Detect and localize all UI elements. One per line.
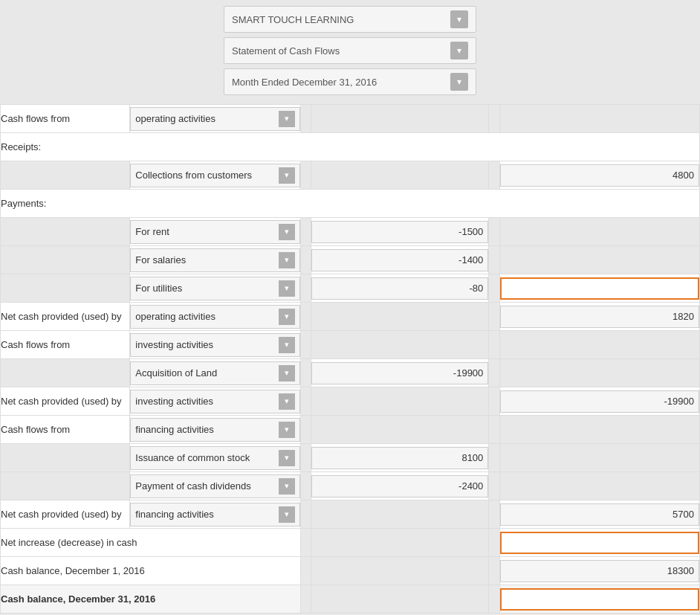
net-operating-dropdown-cell[interactable]: operating activities ▾: [130, 303, 300, 331]
net-operating-value-cell: 1820: [500, 303, 700, 331]
issuance-row: Issuance of common stock ▾ 8100: [1, 444, 700, 472]
collections-value[interactable]: 4800: [500, 164, 699, 187]
for-salaries-value[interactable]: -1400: [311, 249, 488, 271]
net-financing-value[interactable]: 5700: [500, 503, 699, 526]
collections-dropdown-label: Collections from customers: [135, 170, 252, 181]
acquisition-dropdown[interactable]: Acquisition of Land ▾: [130, 361, 299, 385]
cash-balance-dec1-row: Cash balance, December 1, 2016 18300: [1, 557, 700, 585]
net-financing-dropdown-label: financing activities: [135, 509, 214, 520]
cash-flows-financing-row: Cash flows from financing activities ▾: [1, 416, 700, 444]
investing-chevron-icon: ▾: [279, 337, 295, 353]
for-rent-chevron-icon: ▾: [279, 224, 295, 240]
net-increase-input[interactable]: [500, 532, 699, 554]
cash-balance-dec31-value-cell: [500, 585, 700, 614]
investing-dropdown[interactable]: investing activities ▾: [130, 333, 299, 357]
collections-dropdown-cell[interactable]: Collections from customers ▾: [130, 161, 300, 190]
collections-dropdown[interactable]: Collections from customers ▾: [130, 164, 299, 187]
for-salaries-label: For salaries: [135, 254, 186, 265]
for-salaries-chevron-icon: ▾: [279, 252, 295, 268]
statement-dropdown[interactable]: Statement of Cash Flows ▾: [224, 37, 476, 64]
net-operating-chevron-icon: ▾: [279, 309, 295, 325]
collections-value-cell: 4800: [500, 161, 700, 190]
dividends-value-cell: -2400: [311, 472, 489, 500]
utilities-result-input[interactable]: [500, 277, 699, 300]
net-increase-row: Net increase (decrease) in cash: [1, 529, 700, 557]
for-utilities-row: For utilities ▾ -80: [1, 274, 700, 303]
net-investing-chevron-icon: ▾: [279, 393, 295, 410]
statement-label: Statement of Cash Flows: [232, 45, 340, 57]
for-salaries-dropdown[interactable]: For salaries ▾: [130, 248, 299, 272]
cash-flows-label-3: Cash flows from: [1, 416, 130, 444]
for-utilities-dropdown[interactable]: For utilities ▾: [130, 277, 299, 300]
acquisition-chevron-icon: ▾: [279, 365, 295, 381]
for-rent-dropdown-cell[interactable]: For rent ▾: [130, 218, 300, 246]
period-chevron-icon: ▾: [450, 73, 468, 91]
receipts-label: Receipts:: [1, 133, 700, 161]
issuance-dropdown-cell[interactable]: Issuance of common stock ▾: [130, 444, 300, 472]
issuance-dropdown[interactable]: Issuance of common stock ▾: [130, 446, 299, 470]
company-chevron-icon: ▾: [450, 10, 468, 28]
for-rent-row: For rent ▾ -1500: [1, 218, 700, 246]
net-investing-dropdown-label: investing activities: [135, 396, 213, 407]
for-utilities-chevron-icon: ▾: [279, 280, 295, 297]
acquisition-value[interactable]: -19900: [311, 362, 488, 384]
receipts-row: Receipts:: [1, 133, 700, 161]
operating-dropdown[interactable]: operating activities ▾: [130, 107, 299, 131]
dividends-label: Payment of cash dividends: [135, 480, 250, 492]
for-rent-value[interactable]: -1500: [311, 221, 488, 243]
for-utilities-dropdown-cell[interactable]: For utilities ▾: [130, 274, 300, 303]
acquisition-value-cell: -19900: [311, 359, 489, 387]
net-increase-value-cell: [500, 529, 700, 557]
cash-balance-dec1-value[interactable]: 18300: [500, 560, 699, 582]
dividends-chevron-icon: ▾: [279, 478, 295, 495]
net-financing-dropdown-cell[interactable]: financing activities ▾: [130, 500, 300, 529]
for-utilities-label: For utilities: [135, 283, 182, 294]
net-financing-chevron-icon: ▾: [279, 506, 295, 523]
for-rent-label: For rent: [135, 226, 169, 237]
company-dropdown[interactable]: SMART TOUCH LEARNING ▾: [224, 6, 476, 33]
spacer-4: [500, 105, 700, 133]
operating-dropdown-cell[interactable]: operating activities ▾: [130, 105, 300, 133]
cash-balance-dec31-input[interactable]: [500, 588, 699, 611]
financing-dropdown-cell[interactable]: financing activities ▾: [130, 416, 300, 444]
issuance-value[interactable]: 8100: [311, 447, 488, 469]
payments-row: Payments:: [1, 190, 700, 218]
header-section: SMART TOUCH LEARNING ▾ Statement of Cash…: [0, 0, 700, 104]
issuance-chevron-icon: ▾: [279, 450, 295, 466]
for-rent-dropdown[interactable]: For rent ▾: [130, 220, 299, 244]
net-increase-label: Net increase (decrease) in cash: [1, 529, 301, 557]
cash-flows-operating-row: Cash flows from operating activities ▾: [1, 105, 700, 133]
dividends-dropdown[interactable]: Payment of cash dividends ▾: [130, 474, 299, 498]
net-investing-dropdown[interactable]: investing activities ▾: [130, 390, 299, 413]
collections-row: Collections from customers ▾ 4800: [1, 161, 700, 190]
net-operating-dropdown[interactable]: operating activities ▾: [130, 305, 299, 329]
cash-flows-investing-row: Cash flows from investing activities ▾: [1, 331, 700, 359]
cash-flows-label-2: Cash flows from: [1, 331, 130, 359]
for-utilities-value[interactable]: -80: [311, 277, 488, 300]
dividends-dropdown-cell[interactable]: Payment of cash dividends ▾: [130, 472, 300, 500]
net-operating-label: Net cash provided (used) by: [1, 303, 130, 331]
investing-dropdown-cell[interactable]: investing activities ▾: [130, 331, 300, 359]
financing-dropdown[interactable]: financing activities ▾: [130, 418, 299, 442]
net-investing-value[interactable]: -19900: [500, 390, 699, 413]
for-salaries-dropdown-cell[interactable]: For salaries ▾: [130, 246, 300, 274]
cash-balance-dec31-row: Cash balance, December 31, 2016: [1, 585, 700, 614]
dividends-value[interactable]: -2400: [311, 475, 488, 498]
acquisition-row: Acquisition of Land ▾ -19900: [1, 359, 700, 387]
net-operating-value[interactable]: 1820: [500, 306, 699, 328]
net-investing-dropdown-cell[interactable]: investing activities ▾: [130, 387, 300, 416]
net-financing-dropdown[interactable]: financing activities ▾: [130, 503, 299, 527]
operating-dropdown-label: operating activities: [135, 113, 215, 124]
for-salaries-value-cell: -1400: [311, 246, 489, 274]
payments-label: Payments:: [1, 190, 700, 218]
acquisition-dropdown-cell[interactable]: Acquisition of Land ▾: [130, 359, 300, 387]
collections-chevron-icon: ▾: [279, 167, 295, 184]
period-dropdown[interactable]: Month Ended December 31, 2016 ▾: [224, 68, 476, 95]
period-label: Month Ended December 31, 2016: [232, 77, 377, 88]
dividends-row: Payment of cash dividends ▾ -2400: [1, 472, 700, 500]
net-investing-row: Net cash provided (used) by investing ac…: [1, 387, 700, 416]
cash-balance-dec1-label: Cash balance, December 1, 2016: [1, 557, 301, 585]
utilities-result-cell: [500, 274, 700, 303]
for-utilities-value-cell: -80: [311, 274, 489, 303]
issuance-value-cell: 8100: [311, 444, 489, 472]
